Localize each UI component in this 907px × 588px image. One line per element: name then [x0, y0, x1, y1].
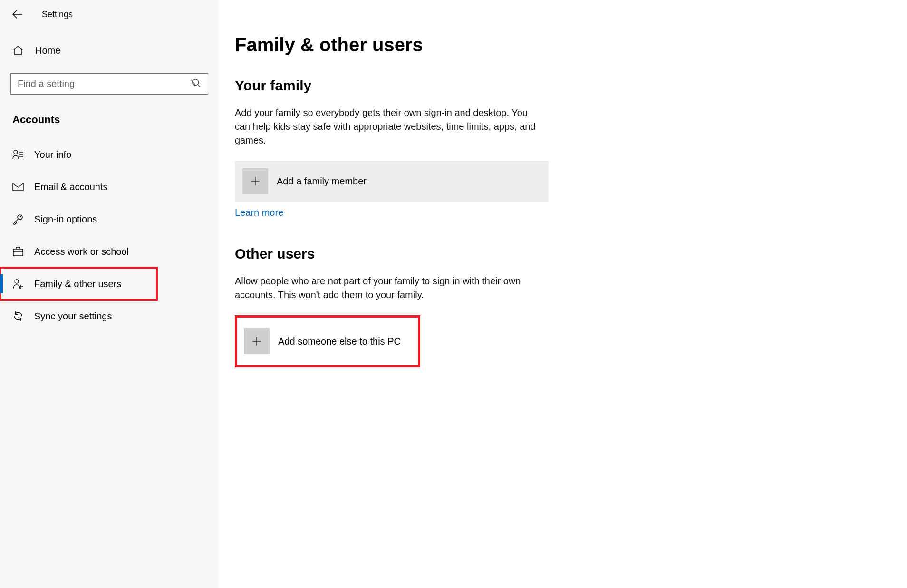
nav-label: Sign-in options	[34, 214, 97, 225]
svg-rect-9	[13, 249, 23, 256]
add-family-label: Add a family member	[277, 176, 367, 187]
sidebar-item-signin-options[interactable]: Sign-in options	[0, 203, 219, 235]
nav-label: Your info	[34, 149, 71, 160]
svg-point-8	[20, 216, 21, 217]
nav-label: Sync your settings	[34, 311, 112, 322]
sidebar-item-email-accounts[interactable]: Email & accounts	[0, 171, 219, 203]
plus-icon	[242, 168, 268, 194]
content-area: Family & other users Your family Add you…	[235, 34, 568, 367]
sidebar-item-work-school[interactable]: Access work or school	[0, 235, 219, 268]
add-other-label: Add someone else to this PC	[278, 336, 401, 347]
search-input[interactable]	[10, 73, 208, 95]
sidebar: Settings Home Accounts Your info	[0, 0, 219, 588]
app-title: Settings	[42, 10, 73, 19]
mail-icon	[12, 183, 24, 191]
svg-rect-6	[13, 183, 23, 191]
svg-point-2	[14, 150, 18, 154]
family-icon	[12, 278, 24, 289]
other-heading: Other users	[235, 246, 568, 262]
nav-label: Email & accounts	[34, 182, 108, 193]
your-info-icon	[12, 149, 24, 160]
svg-point-11	[15, 280, 19, 283]
back-arrow-icon	[11, 9, 23, 20]
learn-more-link[interactable]: Learn more	[235, 207, 283, 218]
key-icon	[12, 213, 24, 225]
search-wrap	[10, 73, 208, 95]
plus-icon	[244, 328, 270, 354]
sidebar-item-family-other-users[interactable]: Family & other users	[0, 268, 157, 300]
home-label: Home	[35, 45, 60, 56]
home-icon	[12, 45, 24, 56]
family-heading: Your family	[235, 77, 568, 94]
family-desc: Add your family so everybody gets their …	[235, 106, 539, 147]
add-other-user-button[interactable]: Add someone else to this PC	[235, 315, 420, 367]
nav-label: Family & other users	[34, 279, 121, 289]
nav-label: Access work or school	[34, 246, 129, 257]
page-title: Family & other users	[235, 34, 568, 56]
other-desc: Allow people who are not part of your fa…	[235, 274, 539, 302]
sidebar-item-sync-settings[interactable]: Sync your settings	[0, 300, 219, 332]
search-icon	[191, 78, 202, 88]
svg-point-7	[18, 215, 22, 220]
sidebar-nav: Your info Email & accounts Sign-in optio…	[0, 138, 219, 332]
titlebar: Settings	[0, 0, 219, 29]
add-family-member-button[interactable]: Add a family member	[235, 161, 549, 202]
sidebar-item-your-info[interactable]: Your info	[0, 138, 219, 171]
briefcase-icon	[12, 246, 24, 257]
sidebar-home[interactable]: Home	[0, 36, 219, 65]
sidebar-section-header: Accounts	[12, 114, 219, 126]
sync-icon	[12, 310, 24, 322]
back-button[interactable]	[10, 8, 24, 21]
